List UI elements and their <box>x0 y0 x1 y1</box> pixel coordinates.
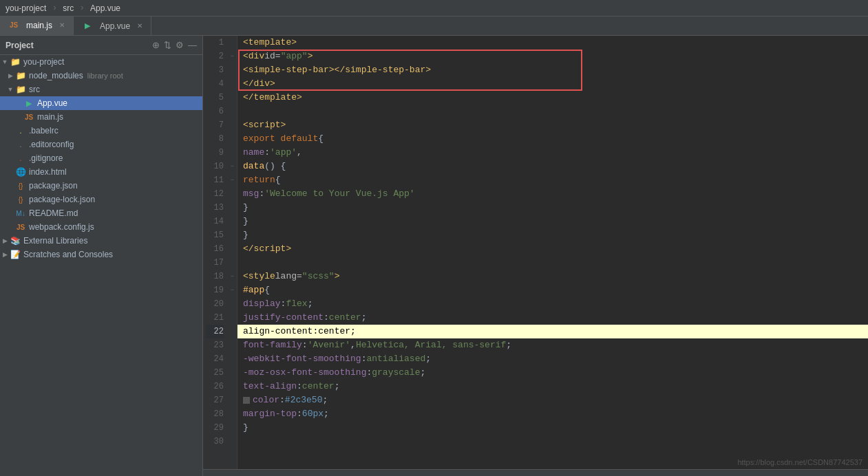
sidebar-item-README.md[interactable]: ▶M↓README.md <box>0 206 202 220</box>
sidebar-item-.babelrc[interactable]: ▶..babelrc <box>0 124 202 138</box>
fold-28[interactable] <box>228 407 237 421</box>
icon-main.js: JS <box>23 111 34 122</box>
sidebar-item-webpack.config.js[interactable]: ▶JSwebpack.config.js <box>0 220 202 234</box>
fold-3[interactable] <box>228 63 237 77</box>
icon-.babelrc: . <box>15 125 26 136</box>
fold-26[interactable] <box>228 380 237 393</box>
code-line-26: text-align: center; <box>237 380 868 393</box>
fold-11[interactable]: − <box>228 173 237 187</box>
icon-package.json: {} <box>15 180 26 191</box>
fold-20[interactable] <box>228 297 237 311</box>
fold-22[interactable] <box>228 325 237 338</box>
sidebar-item-main.js[interactable]: ▶JSmain.js <box>0 110 202 124</box>
main-layout: Project ⊕ ⇅ ⚙ — ▼📁you-project▶📁node_modu… <box>0 36 868 476</box>
fold-15[interactable] <box>228 228 237 242</box>
line-num-27: 27 <box>206 393 224 407</box>
fold-6[interactable] <box>228 105 237 118</box>
line-num-11: 11 <box>206 173 224 187</box>
fold-29[interactable] <box>228 421 237 435</box>
line-num-18: 18 <box>206 270 224 283</box>
code-line-17 <box>237 256 868 270</box>
tag-node_modules: library root <box>87 72 123 80</box>
sidebar-item-you-project[interactable]: ▼📁you-project <box>0 55 202 69</box>
icon-App.vue: ▶ <box>23 98 34 109</box>
sidebar-item-.gitignore[interactable]: ▶..gitignore <box>0 151 202 165</box>
sidebar-item-App.vue[interactable]: ▶▶App.vue <box>0 96 202 110</box>
sidebar-item-package-lock.json[interactable]: ▶{}package-lock.json <box>0 193 202 206</box>
horizontal-scrollbar[interactable] <box>203 469 868 476</box>
code-line-9: name: 'app', <box>237 146 868 160</box>
sidebar-collapse-btn[interactable]: — <box>188 40 197 50</box>
code-line-23: font-family: 'Avenir', Helvetica, Arial,… <box>237 338 868 352</box>
sidebar-add-btn[interactable]: ⊕ <box>152 40 160 50</box>
line-num-20: 20 <box>206 297 224 311</box>
sidebar-sync-btn[interactable]: ⇅ <box>164 40 171 50</box>
code-line-24: -webkit-font-smoothing: antialiased; <box>237 352 868 366</box>
fold-18[interactable]: − <box>228 270 237 283</box>
fold-30[interactable] <box>228 435 237 448</box>
sidebar-item-scratches[interactable]: ▶📝Scratches and Consoles <box>0 248 202 261</box>
sidebar-item-external-libraries[interactable]: ▶📚External Libraries <box>0 234 202 248</box>
label-src: src <box>29 85 40 94</box>
line-num-21: 21 <box>206 311 224 325</box>
code-container[interactable]: 1234567891011121314151617181920212223242… <box>203 36 868 469</box>
code-line-11: return { <box>237 173 868 187</box>
fold-12[interactable] <box>228 187 237 201</box>
code-line-6 <box>237 105 868 118</box>
line-num-28: 28 <box>206 407 224 421</box>
fold-21[interactable] <box>228 311 237 325</box>
code-line-18: <style lang="scss"> <box>237 270 868 283</box>
code-line-15: } <box>237 228 868 242</box>
fold-1[interactable] <box>228 36 237 50</box>
label-App.vue: App.vue <box>37 98 67 108</box>
fold-16[interactable] <box>228 242 237 256</box>
sidebar-item-package.json[interactable]: ▶{}package.json <box>0 179 202 193</box>
label-webpack.config.js: webpack.config.js <box>29 222 94 232</box>
fold-9[interactable] <box>228 146 237 160</box>
fold-8[interactable] <box>228 132 237 146</box>
code-line-30 <box>237 435 868 448</box>
code-line-4: </div> <box>237 77 868 91</box>
fold-10[interactable]: − <box>228 160 237 173</box>
fold-13[interactable] <box>228 201 237 215</box>
code-line-27: color: #2c3e50; <box>237 393 868 407</box>
line-num-12: 12 <box>206 187 224 201</box>
line-numbers: 1234567891011121314151617181920212223242… <box>203 36 228 469</box>
src-segment: src <box>63 3 74 13</box>
line-num-22: 22 <box>206 325 224 338</box>
line-num-2: 2 <box>206 50 224 63</box>
fold-19[interactable]: − <box>228 283 237 297</box>
fold-27[interactable] <box>228 393 237 407</box>
line-num-4: 4 <box>206 77 224 91</box>
fold-17[interactable] <box>228 256 237 270</box>
fold-25[interactable] <box>228 366 237 380</box>
line-num-26: 26 <box>206 380 224 393</box>
fold-4[interactable] <box>228 77 237 91</box>
sidebar-item-src[interactable]: ▼📁src <box>0 83 202 96</box>
fold-2[interactable]: − <box>228 50 237 63</box>
tab-main-js-close[interactable]: ✕ <box>59 21 65 29</box>
fold-5[interactable] <box>228 91 237 105</box>
sidebar-settings-btn[interactable]: ⚙ <box>176 40 184 50</box>
line-num-23: 23 <box>206 338 224 352</box>
tab-app-vue-close[interactable]: ✕ <box>137 22 142 30</box>
fold-14[interactable] <box>228 215 237 228</box>
fold-24[interactable] <box>228 352 237 366</box>
tab-bar: JS main.js ✕ ▶ App.vue ✕ <box>0 17 868 36</box>
code-line-29: } <box>237 421 868 435</box>
label-scratches: Scratches and Consoles <box>23 250 113 259</box>
watermark: https://blog.csdn.net/CSDN87742537 <box>737 458 862 466</box>
label-node_modules: node_modules <box>29 71 83 80</box>
sidebar-item-node_modules[interactable]: ▶📁node_moduleslibrary root <box>0 69 202 83</box>
sidebar-item-index.html[interactable]: ▶🌐index.html <box>0 165 202 179</box>
fold-23[interactable] <box>228 338 237 352</box>
arrow-you-project: ▼ <box>0 58 10 66</box>
arrow-src: ▼ <box>6 85 15 94</box>
tab-main-js[interactable]: JS main.js ✕ <box>0 17 74 35</box>
line-num-17: 17 <box>206 256 224 270</box>
fold-7[interactable] <box>228 118 237 132</box>
sidebar-item-.editorconfig[interactable]: ▶..editorconfig <box>0 138 202 151</box>
tab-app-vue[interactable]: ▶ App.vue ✕ <box>74 17 151 35</box>
line-num-15: 15 <box>206 228 224 242</box>
code-lines[interactable]: <template> <div id="app"> <simple-step-b… <box>237 36 868 469</box>
